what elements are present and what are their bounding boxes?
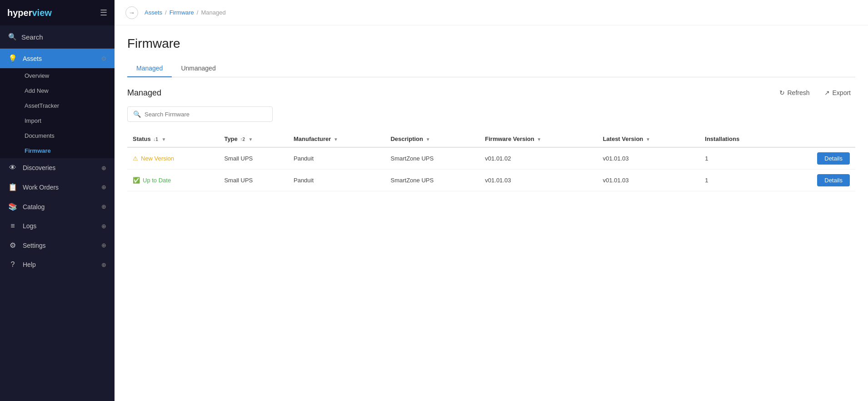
tab-managed[interactable]: Managed: [127, 60, 172, 77]
sidebar-work-orders-label: Work Orders: [23, 184, 59, 191]
col-latest-version-label: Latest Version: [603, 135, 643, 142]
status-filter-icon[interactable]: ▼: [162, 137, 166, 142]
export-button[interactable]: ↗ Export: [820, 86, 855, 99]
status-sort-icon: ↓1: [153, 137, 158, 142]
managed-section-header: Managed ↻ Refresh ↗ Export: [127, 77, 855, 106]
settings-icon: ⚙: [8, 241, 17, 250]
sidebar-discoveries-label: Discoveries: [23, 164, 55, 171]
row2-firmware-version: v01.01.03: [479, 170, 597, 191]
sidebar-item-firmware[interactable]: Firmware: [0, 143, 115, 158]
status-badge-ok: ✅ Up to Date: [133, 177, 171, 184]
sidebar-item-discoveries[interactable]: 👁 Discoveries ⊕: [0, 158, 115, 177]
sidebar-item-logs[interactable]: ≡ Logs ⊕: [0, 216, 115, 236]
sidebar-item-overview[interactable]: Overview: [0, 68, 115, 83]
export-icon: ↗: [824, 89, 830, 96]
col-latest-version[interactable]: Latest Version ▼: [597, 131, 699, 147]
app-logo: hyperview: [7, 8, 52, 18]
row1-status: ⚠ New Version: [127, 147, 219, 170]
col-firmware-version[interactable]: Firmware Version ▼: [479, 131, 597, 147]
col-manufacturer[interactable]: Manufacturer ▼: [288, 131, 385, 147]
row2-status: ✅ Up to Date: [127, 170, 219, 191]
sidebar-item-help[interactable]: ? Help ⊕: [0, 255, 115, 274]
table-row: ✅ Up to Date Small UPS Panduit SmartZone…: [127, 170, 855, 191]
sidebar-item-documents[interactable]: Documents: [0, 128, 115, 143]
logs-icon: ≡: [8, 222, 17, 230]
sidebar-item-add-new[interactable]: Add New: [0, 83, 115, 98]
row1-status-label: New Version: [141, 155, 174, 162]
search-icon: 🔍: [8, 33, 17, 41]
firmware-tabs: Managed Unmanaged: [127, 60, 855, 77]
work-orders-expand-icon: ⊕: [101, 184, 106, 190]
sidebar-catalog-label: Catalog: [23, 203, 45, 211]
firmware-search-input[interactable]: [145, 111, 267, 118]
sidebar-help-label: Help: [23, 261, 36, 268]
col-type[interactable]: Type ↑2 ▼: [219, 131, 288, 147]
sidebar-assets-label: Assets: [23, 55, 42, 62]
col-installations-label: Installations: [705, 135, 739, 142]
sidebar: hyperview ☰ 🔍 Search 💡 Assets ⊙ Overview…: [0, 0, 115, 401]
assets-subnav: Overview Add New AssetTracker Import Doc…: [0, 68, 115, 158]
warning-icon: ⚠: [133, 155, 138, 162]
row2-type: Small UPS: [219, 170, 288, 191]
sidebar-item-asset-tracker[interactable]: AssetTracker: [0, 98, 115, 113]
col-status[interactable]: Status ↓1 ▼: [127, 131, 219, 147]
topbar: → Assets / Firmware / Managed: [115, 0, 868, 25]
work-orders-icon: 📋: [8, 183, 17, 191]
col-type-label: Type: [224, 135, 237, 142]
breadcrumb: Assets / Firmware / Managed: [145, 9, 226, 16]
sidebar-search-button[interactable]: 🔍 Search: [0, 25, 115, 49]
firmware-table-container: Status ↓1 ▼ Type ↑2 ▼ Manufacturer ▼: [127, 131, 855, 191]
row1-details-button[interactable]: Details: [817, 152, 850, 165]
assets-expand-icon: ⊙: [101, 55, 106, 62]
hamburger-menu-icon[interactable]: ☰: [100, 8, 107, 18]
sidebar-item-work-orders[interactable]: 📋 Work Orders ⊕: [0, 177, 115, 197]
col-installations: Installations: [699, 131, 779, 147]
row2-latest-version: v01.01.03: [597, 170, 699, 191]
sidebar-header: hyperview ☰: [0, 0, 115, 25]
breadcrumb-sep1: /: [165, 9, 167, 16]
logs-expand-icon: ⊕: [101, 223, 106, 230]
page-title: Firmware: [127, 36, 855, 51]
sidebar-item-catalog[interactable]: 📚 Catalog ⊕: [0, 197, 115, 216]
col-description[interactable]: Description ▼: [385, 131, 479, 147]
tab-unmanaged[interactable]: Unmanaged: [172, 60, 224, 77]
ok-icon: ✅: [133, 177, 140, 184]
firmware-table: Status ↓1 ▼ Type ↑2 ▼ Manufacturer ▼: [127, 131, 855, 191]
row1-installations: 1: [699, 147, 779, 170]
back-button[interactable]: →: [125, 6, 138, 19]
breadcrumb-managed: Managed: [201, 9, 225, 16]
sidebar-item-import[interactable]: Import: [0, 113, 115, 128]
sidebar-item-assets[interactable]: 💡 Assets ⊙: [0, 49, 115, 68]
breadcrumb-sep2: /: [197, 9, 199, 16]
manufacturer-filter-icon[interactable]: ▼: [334, 137, 338, 142]
firmware-search-container: 🔍: [127, 106, 273, 122]
col-status-label: Status: [133, 135, 151, 142]
sidebar-item-settings[interactable]: ⚙ Settings ⊕: [0, 236, 115, 255]
row2-installations: 1: [699, 170, 779, 191]
main-content: → Assets / Firmware / Managed Firmware M…: [115, 0, 868, 401]
row2-status-label: Up to Date: [143, 177, 171, 184]
type-sort-icon: ↑2: [240, 137, 245, 142]
latest-version-filter-icon[interactable]: ▼: [646, 137, 650, 142]
breadcrumb-firmware[interactable]: Firmware: [170, 9, 194, 16]
description-filter-icon[interactable]: ▼: [426, 137, 430, 142]
sidebar-search-label: Search: [21, 33, 43, 41]
refresh-label: Refresh: [788, 89, 810, 96]
row1-firmware-version: v01.01.02: [479, 147, 597, 170]
row2-details-button[interactable]: Details: [817, 174, 850, 186]
discoveries-expand-icon: ⊕: [101, 165, 106, 171]
catalog-icon: 📚: [8, 202, 17, 211]
refresh-button[interactable]: ↻ Refresh: [775, 86, 814, 99]
row1-latest-version: v01.01.03: [597, 147, 699, 170]
breadcrumb-assets[interactable]: Assets: [145, 9, 162, 16]
sidebar-settings-label: Settings: [23, 242, 46, 249]
type-filter-icon[interactable]: ▼: [249, 137, 253, 142]
catalog-expand-icon: ⊕: [101, 203, 106, 210]
export-label: Export: [833, 89, 851, 96]
help-icon: ?: [8, 261, 17, 269]
firmware-version-filter-icon[interactable]: ▼: [537, 137, 541, 142]
status-badge-warning: ⚠ New Version: [133, 155, 174, 162]
assets-icon: 💡: [8, 54, 17, 63]
col-firmware-version-label: Firmware Version: [485, 135, 534, 142]
col-description-label: Description: [390, 135, 423, 142]
